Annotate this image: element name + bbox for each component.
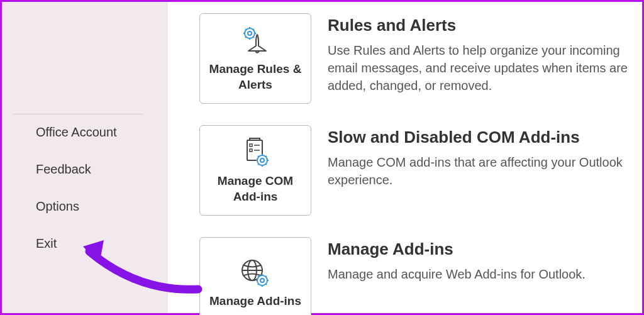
addins-icon	[238, 256, 272, 290]
section-rules-alerts: Manage Rules & Alerts Rules and Alerts U…	[199, 13, 642, 104]
sidebar-item-label: Exit	[36, 236, 57, 250]
section-com-addins: Manage COM Add-ins Slow and Disabled COM…	[199, 125, 642, 216]
section-desc: Manage and acquire Web Add-ins for Outlo…	[328, 265, 642, 283]
main-content: Manage Rules & Alerts Rules and Alerts U…	[168, 2, 642, 313]
section-desc: Manage COM add-ins that are affecting yo…	[328, 153, 642, 189]
sidebar: Office Account Feedback Options Exit	[2, 2, 168, 313]
section-desc: Use Rules and Alerts to help organize yo…	[328, 41, 642, 94]
section-title: Slow and Disabled COM Add-ins	[328, 128, 642, 147]
window-frame: Office Account Feedback Options Exit	[0, 0, 644, 315]
manage-com-addins-button[interactable]: Manage COM Add-ins	[199, 125, 311, 216]
section-info: Rules and Alerts Use Rules and Alerts to…	[328, 13, 642, 94]
section-info: Slow and Disabled COM Add-ins Manage COM…	[328, 125, 642, 189]
svg-point-1	[248, 31, 252, 35]
sidebar-item-label: Office Account	[36, 125, 117, 139]
sidebar-item-office-account[interactable]: Office Account	[2, 114, 168, 151]
section-addins: Manage Add-ins Manage Add-ins Manage and…	[199, 237, 642, 315]
svg-rect-3	[250, 144, 252, 146]
manage-addins-button[interactable]: Manage Add-ins	[199, 237, 311, 315]
manage-rules-alerts-button[interactable]: Manage Rules & Alerts	[199, 13, 311, 104]
com-addins-icon	[238, 136, 272, 170]
rules-alerts-icon	[238, 24, 272, 58]
sidebar-item-exit[interactable]: Exit	[2, 225, 168, 262]
section-title: Manage Add-ins	[328, 240, 642, 259]
sidebar-item-feedback[interactable]: Feedback	[2, 151, 168, 188]
sidebar-item-options[interactable]: Options	[2, 188, 168, 225]
card-label: Manage Add-ins	[204, 294, 306, 309]
sidebar-divider	[13, 114, 143, 114]
sidebar-item-label: Feedback	[36, 162, 91, 176]
section-title: Rules and Alerts	[328, 16, 642, 35]
card-label: Manage Rules & Alerts	[200, 62, 311, 92]
sidebar-item-label: Options	[36, 199, 79, 213]
section-info: Manage Add-ins Manage and acquire Web Ad…	[328, 237, 642, 283]
svg-rect-4	[250, 149, 252, 152]
card-label: Manage COM Add-ins	[200, 174, 311, 204]
